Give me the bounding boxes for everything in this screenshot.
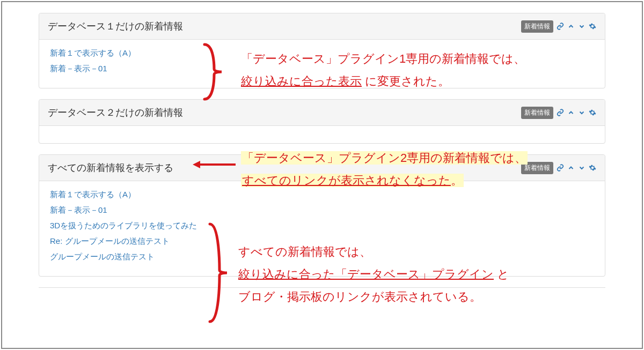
annotation-line: ブログ・掲示板のリンクが表示されている。 [238, 290, 481, 303]
panel-all: すべての新着情報を表示する 新着情報 新着１で表示する（A） [39, 154, 605, 277]
panel-db1-title: データベース１だけの新着情報 [48, 20, 521, 33]
link-icon[interactable] [557, 23, 564, 30]
chevron-down-icon[interactable] [578, 109, 586, 116]
panel-db1-tools: 新着情報 [521, 20, 596, 33]
panel-db1-body: 新着１で表示する（A） 新着－表示－01 [39, 40, 605, 88]
new-info-badge: 新着情報 [521, 162, 553, 174]
list-item: 新着１で表示する（A） [50, 190, 594, 200]
panel-all-tools: 新着情報 [521, 162, 596, 174]
panel-db1-links: 新着１で表示する（A） 新着－表示－01 [50, 48, 594, 74]
panel-db2-title: データベース２だけの新着情報 [48, 106, 521, 119]
list-item: 新着１で表示する（A） [50, 48, 594, 58]
news-link[interactable]: Re: グループメールの送信テスト [50, 236, 170, 245]
panel-all-body: 新着１で表示する（A） 新着－表示－01 3Dを扱うためのライブラリを使ってみた… [39, 181, 605, 276]
link-icon[interactable] [557, 109, 564, 116]
news-link[interactable]: 新着－表示－01 [50, 64, 107, 73]
chevron-up-icon[interactable] [567, 23, 575, 30]
news-link[interactable]: 新着－表示－01 [50, 205, 107, 214]
chevron-down-icon[interactable] [578, 164, 586, 172]
list-item: グループメールの送信テスト [50, 252, 594, 262]
chevron-up-icon[interactable] [567, 109, 575, 116]
chevron-up-icon[interactable] [567, 164, 575, 172]
news-link[interactable]: グループメールの送信テスト [50, 252, 155, 261]
app-frame: データベース１だけの新着情報 新着情報 新着１で表示する（A） [1, 1, 643, 349]
news-link[interactable]: 新着１で表示する（A） [50, 48, 136, 57]
divider [39, 287, 605, 288]
list-item: 新着－表示－01 [50, 205, 594, 215]
panel-db2-body [39, 126, 605, 143]
panel-db1-header: データベース１だけの新着情報 新着情報 [39, 13, 605, 40]
list-item: 3Dを扱うためのライブラリを使ってみた [50, 221, 594, 231]
list-item: 新着－表示－01 [50, 64, 594, 74]
panel-all-links: 新着１で表示する（A） 新着－表示－01 3Dを扱うためのライブラリを使ってみた… [50, 190, 594, 262]
link-icon[interactable] [557, 164, 564, 172]
gear-icon[interactable] [589, 109, 596, 116]
list-item: Re: グループメールの送信テスト [50, 236, 594, 247]
panel-all-title: すべての新着情報を表示する [48, 161, 521, 174]
panel-db2-header: データベース２だけの新着情報 新着情報 [39, 100, 605, 126]
new-info-badge: 新着情報 [521, 20, 553, 33]
panel-db2: データベース２だけの新着情報 新着情報 [39, 99, 605, 144]
panel-db2-tools: 新着情報 [521, 107, 596, 119]
gear-icon[interactable] [589, 23, 596, 30]
new-info-badge: 新着情報 [521, 107, 553, 119]
panel-db1: データベース１だけの新着情報 新着情報 新着１で表示する（A） [39, 13, 605, 88]
news-link[interactable]: 新着１で表示する（A） [50, 190, 136, 199]
news-link[interactable]: 3Dを扱うためのライブラリを使ってみた [50, 221, 197, 230]
gear-icon[interactable] [589, 164, 596, 172]
panel-all-header: すべての新着情報を表示する 新着情報 [39, 155, 605, 181]
chevron-down-icon[interactable] [578, 23, 586, 30]
